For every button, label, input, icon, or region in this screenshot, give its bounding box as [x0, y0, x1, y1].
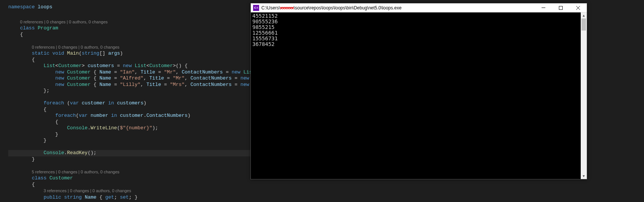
customer-type: Customer [67, 69, 90, 75]
list-type: List [243, 69, 250, 75]
console-titlebar[interactable]: C:\ C:\Users\xxxxxx\source\repos\loops\l… [251, 3, 587, 12]
args-param: args [108, 50, 120, 56]
ian-title-string: "Mr" [164, 69, 176, 75]
console-window[interactable]: C:\ C:\Users\xxxxxx\source\repos\loops\l… [250, 3, 587, 179]
void-keyword: void [52, 50, 64, 56]
svg-rect-0 [542, 8, 545, 8]
set-keyword: set [120, 194, 129, 200]
title-suffix: \source\repos\loops\loops\bin\Debug\net5… [294, 5, 401, 11]
minimize-button[interactable] [535, 3, 552, 12]
close-button[interactable] [569, 3, 587, 12]
contact-prop: ContactNumbers [191, 75, 232, 81]
list-type: List [44, 63, 55, 69]
ian-name-string: "Ian" [120, 69, 135, 75]
customer-var: customer [120, 113, 143, 118]
program-class-name: Program [38, 25, 58, 31]
maximize-icon [559, 6, 563, 10]
new-keyword: new [123, 63, 131, 69]
contact-prop: ContactNumbers [147, 113, 188, 118]
customers-var: customers [88, 63, 114, 69]
console-icon-text: C:\ [254, 6, 258, 9]
get-keyword: get [105, 194, 114, 200]
scroll-up-arrow[interactable]: ▲ [581, 12, 587, 18]
readkey-method: ReadKey [67, 150, 88, 156]
title-prop: Title [147, 82, 161, 87]
codelens-customer[interactable]: 5 references | 0 changes | 0 authors, 0 … [32, 170, 119, 174]
customers-var: customers [117, 100, 143, 106]
name-prop: Name [99, 69, 111, 75]
customer-var: customer [82, 100, 105, 106]
output-line: 3678452 [252, 41, 275, 47]
number-var: number [90, 113, 108, 118]
namespace-keyword: namespace [8, 4, 35, 10]
namespace-name: loops [38, 4, 52, 10]
in-keyword: in [108, 100, 114, 106]
minimize-icon [542, 8, 545, 8]
title-prop: Title [140, 69, 155, 75]
new-keyword: new [240, 75, 249, 81]
customer-type: Customer [67, 82, 90, 87]
string-keyword: string [82, 50, 99, 56]
name-property: Name [85, 194, 96, 200]
name-prop: Name [99, 75, 111, 81]
svg-rect-1 [559, 6, 563, 9]
console-type: Console [44, 150, 64, 156]
codelens-main[interactable]: 0 references | 0 changes | 0 authors, 0 … [32, 45, 119, 49]
new-keyword: new [55, 75, 64, 81]
customer-type: Customer [67, 75, 90, 81]
class-keyword: class [20, 25, 35, 31]
foreach-keyword: foreach [55, 113, 76, 118]
customer-class-name: Customer [49, 175, 73, 181]
console-scrollbar[interactable]: ▲ ▼ [581, 12, 587, 179]
output-line: 45521152 [252, 13, 278, 19]
console-output[interactable]: 45521152 90555236 9855215 12556661 15556… [251, 12, 587, 179]
output-line: 9855215 [252, 24, 275, 30]
new-keyword: new [55, 82, 64, 87]
lilly-title-string: "Mrs" [170, 82, 185, 87]
alfred-name-string: "Alfred" [120, 75, 143, 81]
name-prop: Name [99, 82, 111, 87]
static-keyword: static [32, 50, 49, 56]
alfred-title-string: "Mr" [173, 75, 185, 81]
customer-type: Customer [150, 63, 173, 69]
writeline-method: WriteLine [90, 125, 117, 131]
var-keyword: var [70, 100, 79, 106]
in-keyword: in [111, 113, 117, 118]
output-line: 90555236 [252, 18, 278, 24]
output-line: 15556731 [252, 35, 278, 41]
var-keyword: var [79, 113, 87, 118]
class-keyword: class [32, 175, 46, 181]
list-type: List [135, 63, 147, 69]
new-keyword: new [232, 69, 240, 75]
code-area[interactable]: namespace loops 0 references | 0 changes… [0, 0, 250, 200]
scroll-down-arrow[interactable]: ▼ [581, 173, 587, 179]
scroll-thumb[interactable] [581, 18, 586, 31]
console-type: Console [67, 125, 88, 131]
lilly-name-string: "Lilly" [120, 82, 141, 87]
contact-prop: ContactNumbers [182, 69, 223, 75]
title-prefix: C:\Users\ [261, 5, 280, 11]
main-method-name: Main [67, 50, 79, 56]
title-redacted: xxxxxx [280, 5, 294, 11]
contact-prop: ContactNumbers [191, 82, 232, 87]
code-editor-pane[interactable]: namespace loops 0 references | 0 changes… [0, 0, 250, 202]
new-keyword: new [240, 82, 249, 87]
output-line: 12556661 [252, 30, 278, 36]
close-icon [576, 6, 580, 10]
codelens-name[interactable]: 3 references | 0 changes | 0 authors, 0 … [44, 188, 131, 193]
window-controls [535, 3, 587, 12]
foreach-keyword: foreach [44, 100, 64, 106]
console-title: C:\Users\xxxxxx\source\repos\loops\loops… [261, 5, 535, 11]
title-prop: Title [150, 75, 164, 81]
console-icon: C:\ [253, 5, 259, 11]
maximize-button[interactable] [552, 3, 569, 12]
codelens-program[interactable]: 0 references | 0 changes | 0 authors, 0 … [20, 20, 108, 24]
new-keyword: new [55, 69, 64, 75]
interpolated-string: $"{number}" [120, 125, 152, 131]
customer-type: Customer [58, 63, 82, 69]
string-type: string [64, 194, 82, 200]
public-keyword: public [44, 194, 61, 200]
